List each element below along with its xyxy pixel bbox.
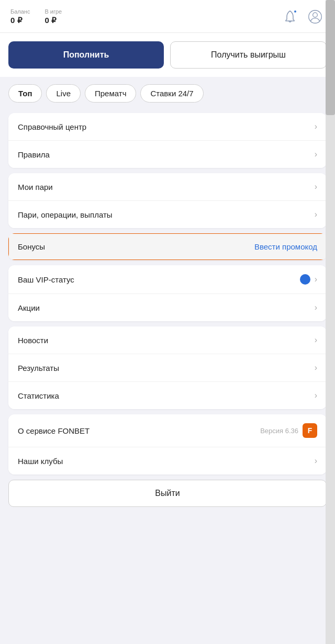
fonbet-logo: F — [303, 423, 317, 438]
menu-item-bets-ops[interactable]: Пари, операции, выплаты › — [8, 201, 327, 228]
chevron-icon: › — [315, 210, 317, 219]
menu-item-results[interactable]: Результаты › — [8, 354, 327, 382]
menu-item-rules[interactable]: Правила › — [8, 141, 327, 168]
promo-code-link[interactable]: Ввести промокод — [254, 242, 317, 251]
vip-right: › — [300, 274, 317, 285]
section-bets: Мои пари › Пари, операции, выплаты › — [8, 173, 327, 228]
menu-item-help[interactable]: Справочный центр › — [8, 113, 327, 141]
tabs-bar: Топ Live Прематч Ставки 24/7 — [0, 77, 335, 108]
section-news: Новости › Результаты › Статистика › — [8, 326, 327, 409]
tab-bets247[interactable]: Ставки 24/7 — [140, 84, 203, 103]
chevron-icon: › — [315, 363, 317, 372]
about-right: Версия 6.36 F — [260, 423, 317, 438]
balance-item: Баланс 0 ₽ — [10, 8, 30, 25]
in-game-value: 0 ₽ — [44, 16, 57, 25]
balance-label: Баланс — [10, 8, 30, 15]
in-game-label: В игре — [44, 8, 62, 15]
svg-point-1 — [313, 13, 318, 17]
chevron-icon: › — [315, 303, 317, 312]
chevron-icon: › — [315, 335, 317, 345]
tab-live[interactable]: Live — [46, 84, 81, 103]
menu-item-my-bets[interactable]: Мои пари › — [8, 173, 327, 201]
menu-item-about[interactable]: О сервисе FONBET Версия 6.36 F — [8, 414, 327, 447]
menu-item-bonuses[interactable]: Бонусы Ввести промокод — [8, 233, 327, 260]
chevron-icon: › — [315, 122, 317, 131]
menu-item-vip[interactable]: Ваш VIP-статус › — [8, 265, 327, 294]
in-game-item: В игре 0 ₽ — [44, 8, 62, 25]
section-bonuses: Бонусы Ввести промокод — [8, 233, 327, 260]
notification-dot — [293, 9, 297, 14]
chevron-icon: › — [315, 275, 317, 284]
profile-button[interactable] — [306, 7, 325, 26]
logout-button[interactable]: Выйти — [8, 480, 327, 507]
scrollbar-thumb[interactable] — [326, 0, 335, 115]
deposit-button[interactable]: Пополнить — [8, 41, 164, 69]
version-text: Версия 6.36 — [260, 427, 298, 435]
chevron-icon: › — [315, 182, 317, 191]
menu-item-promos[interactable]: Акции › — [8, 294, 327, 321]
menu-item-clubs[interactable]: Наши клубы › — [8, 447, 327, 474]
menu-item-news[interactable]: Новости › — [8, 326, 327, 354]
tab-prematch[interactable]: Прематч — [85, 84, 136, 103]
tab-top[interactable]: Топ — [8, 84, 42, 103]
chevron-icon: › — [315, 456, 317, 466]
notification-button[interactable] — [281, 7, 299, 26]
section-about: О сервисе FONBET Версия 6.36 F Наши клуб… — [8, 414, 327, 474]
withdraw-button[interactable]: Получить выигрыш — [170, 41, 327, 69]
chevron-icon: › — [315, 391, 317, 400]
section-vip: Ваш VIP-статус › Акции › — [8, 265, 327, 321]
logout-section: Выйти — [8, 480, 327, 507]
header-icons — [281, 7, 325, 26]
balance-value: 0 ₽ — [10, 16, 23, 25]
menu-item-stats[interactable]: Статистика › — [8, 382, 327, 409]
section-help: Справочный центр › Правила › — [8, 113, 327, 168]
scrollbar-track[interactable] — [326, 0, 335, 644]
action-buttons: Пополнить Получить выигрыш — [0, 33, 335, 77]
chevron-icon: › — [315, 150, 317, 159]
header: Баланс 0 ₽ В игре 0 ₽ — [0, 0, 335, 33]
balance-section: Баланс 0 ₽ В игре 0 ₽ — [10, 8, 62, 25]
vip-dot — [300, 274, 310, 285]
